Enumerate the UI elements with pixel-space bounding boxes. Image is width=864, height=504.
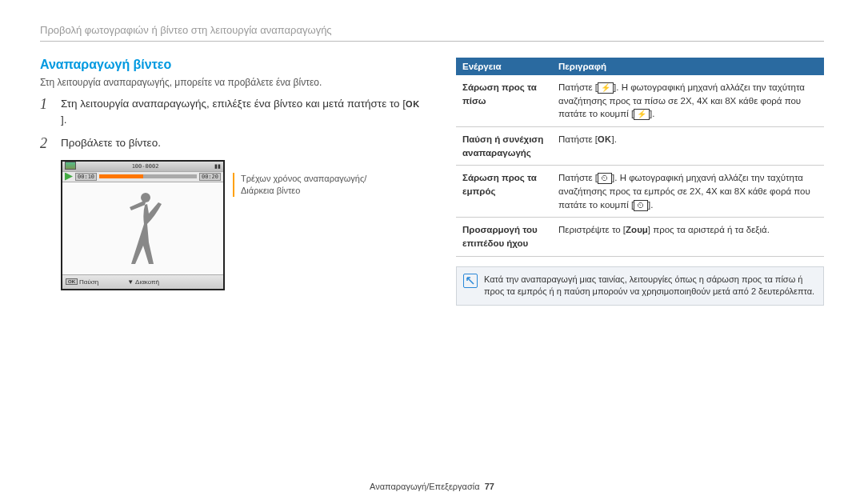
annotation-line1: Τρέχων χρόνος αναπαραγωγής/	[241, 174, 366, 183]
nav-icon: ⏲	[634, 200, 648, 211]
breadcrumb-text: Προβολή φωτογραφιών ή βίντεο στη λειτουρ…	[40, 24, 332, 36]
battery-icon: ▮▮	[214, 163, 221, 170]
step-number: 1	[40, 96, 54, 129]
down-icon: ▼	[127, 278, 134, 286]
step-2: 2 Προβάλετε το βίντεο.	[40, 135, 424, 152]
action-label: Προσαρμογή του επιπέδου ήχου	[456, 218, 552, 256]
nav-icon: ⚡	[598, 82, 614, 94]
video-annotation: Τρέχων χρόνος αναπαραγωγής/ Διάρκεια βίν…	[233, 160, 366, 290]
video-preview	[62, 182, 223, 274]
ok-icon: OK	[598, 134, 612, 146]
video-status-bar: 100-0002 ▮▮	[62, 162, 223, 171]
header-breadcrumb: Προβολή φωτογραφιών ή βίντεο στη λειτουρ…	[40, 24, 824, 42]
video-controls-bar: OK Παύση ▼ Διακοπή	[62, 274, 223, 289]
stop-label: Διακοπή	[135, 278, 159, 286]
video-resolution: 100-0002	[132, 163, 159, 170]
ok-icon: OK	[406, 98, 420, 111]
step1-part-b: ].	[61, 114, 67, 126]
thumbnail-icon	[65, 162, 76, 170]
action-desc: Περιστρέψτε το [Ζουμ] προς τα αριστερά ή…	[552, 218, 824, 256]
table-row: Παύση ή συνέχιση αναπαραγωγήςΠατήστε [OK…	[456, 127, 824, 166]
action-desc: Πατήστε [⚡]. Η φωτογραφική μηχανή αλλάζε…	[552, 75, 824, 127]
action-desc: Πατήστε [⏲]. Η φωτογραφική μηχανή αλλάζε…	[552, 166, 824, 218]
dancer-silhouette-icon	[115, 188, 171, 268]
actions-table: Ενέργεια Περιγραφή Σάρωση προς τα πίσωΠα…	[456, 58, 824, 257]
total-time: 00:20	[199, 173, 221, 181]
page-footer: Αναπαραγωγή/Επεξεργασία 77	[0, 482, 864, 491]
progress-bar	[99, 174, 197, 178]
table-row: Σάρωση προς τα εμπρόςΠατήστε [⏲]. Η φωτο…	[456, 166, 824, 218]
action-desc: Πατήστε [OK].	[552, 127, 824, 166]
step-text: Προβάλετε το βίντεο.	[61, 135, 161, 152]
note-text: Κατά την αναπαραγωγή μιας ταινίας, λειτο…	[484, 274, 817, 298]
zoom-label: Ζουμ	[626, 225, 648, 234]
table-head-desc: Περιγραφή	[552, 58, 824, 75]
table-row: Σάρωση προς τα πίσωΠατήστε [⚡]. Η φωτογρ…	[456, 75, 824, 127]
action-label: Σάρωση προς τα εμπρός	[456, 166, 552, 218]
current-time: 00:10	[75, 173, 97, 181]
note-box: Κατά την αναπαραγωγή μιας ταινίας, λειτο…	[456, 266, 824, 306]
annotation-line2: Διάρκεια βίντεο	[241, 186, 300, 195]
step-number: 2	[40, 135, 54, 152]
footer-section: Αναπαραγωγή/Επεξεργασία	[370, 482, 480, 491]
action-label: Σάρωση προς τα πίσω	[456, 75, 552, 127]
nav-icon: ⚡	[634, 109, 650, 120]
video-progress-row: 00:10 00:20	[62, 171, 223, 182]
table-row: Προσαρμογή του επιπέδου ήχουΠεριστρέψτε …	[456, 218, 824, 256]
step-1: 1 Στη λειτουργία αναπαραγωγής, επιλέξτε …	[40, 96, 424, 129]
video-player-mock: 100-0002 ▮▮ 00:10 00:20	[61, 160, 225, 290]
section-intro: Στη λειτουργία αναπαραγωγής, μπορείτε να…	[40, 77, 424, 88]
step-text: Στη λειτουργία αναπαραγωγής, επιλέξτε έν…	[61, 96, 424, 129]
section-title: Αναπαραγωγή βίντεο	[40, 58, 424, 72]
step1-part-a: Στη λειτουργία αναπαραγωγής, επιλέξτε έν…	[61, 98, 406, 110]
nav-icon: ⏲	[598, 173, 612, 184]
ok-mini-icon: OK	[66, 278, 78, 285]
table-head-action: Ενέργεια	[456, 58, 552, 75]
play-icon	[65, 173, 73, 181]
action-label: Παύση ή συνέχιση αναπαραγωγής	[456, 127, 552, 166]
note-icon	[463, 274, 478, 288]
page-number: 77	[485, 482, 494, 491]
svg-point-0	[141, 193, 150, 202]
pause-label: Παύση	[79, 278, 98, 286]
